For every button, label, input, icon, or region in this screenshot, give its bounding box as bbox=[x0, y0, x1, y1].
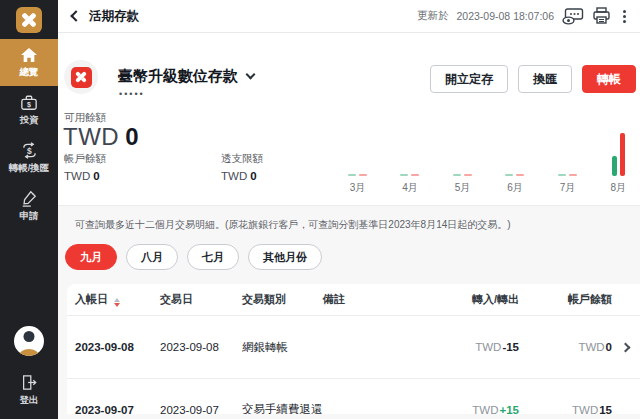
chart-month-group: 5月 bbox=[453, 130, 472, 195]
chart-bar-轉入 bbox=[505, 174, 513, 176]
txn-date: 2023-09-08 bbox=[160, 341, 242, 353]
sidebar-item-label: 登出 bbox=[20, 394, 39, 407]
sidebar-spacer bbox=[0, 230, 58, 326]
account-balance-block: 帳戶餘額 TWD0 bbox=[64, 152, 106, 182]
sort-icon[interactable] bbox=[114, 298, 120, 307]
sidebar-item-invest[interactable]: $ 投資 bbox=[0, 86, 58, 134]
topbar-right: 更新於 2023-09-08 18:07:06 bbox=[417, 7, 630, 25]
updated-timestamp: 2023-09-08 18:07:06 bbox=[457, 10, 555, 22]
overdraft-limit-block: 透支限額 TWD0 bbox=[221, 152, 263, 182]
tab-july[interactable]: 七月 bbox=[187, 244, 239, 270]
chart-bar-轉出 bbox=[569, 174, 577, 176]
sidebar-item-transfer-fx[interactable]: $ 轉帳/換匯 bbox=[0, 134, 58, 182]
tab-other-months[interactable]: 其他月份 bbox=[248, 244, 322, 270]
sidebar-item-label: 總覽 bbox=[20, 66, 39, 79]
sidebar-item-label: 轉帳/換匯 bbox=[9, 162, 50, 175]
account-selector[interactable]: 臺幣升級數位存款 bbox=[118, 67, 254, 86]
back-chevron-icon[interactable] bbox=[70, 10, 81, 21]
hand-pen-icon bbox=[20, 190, 38, 207]
briefcase-dollar-icon: $ bbox=[20, 94, 38, 111]
chart-month-label: 3月 bbox=[350, 181, 366, 195]
currency-code: TWD bbox=[64, 170, 90, 182]
available-balance-value: TWD0 bbox=[63, 123, 139, 151]
bank-logo-x bbox=[21, 12, 37, 28]
chart-bar-轉出 bbox=[411, 174, 419, 176]
chart-bar-轉入 bbox=[453, 174, 461, 176]
chart-bar-轉入 bbox=[348, 174, 356, 176]
month-filter-tabs: 九月 八月 七月 其他月份 bbox=[65, 244, 640, 270]
account-masked-number: ••••• bbox=[119, 89, 145, 99]
chart-bar-轉入 bbox=[400, 174, 408, 176]
svg-text:$: $ bbox=[27, 146, 32, 156]
amount-cell: TWD+15 bbox=[429, 404, 519, 415]
chart-month-group: 6月 bbox=[505, 130, 524, 195]
tab-september[interactable]: 九月 bbox=[65, 244, 117, 270]
bank-logo-icon[interactable] bbox=[16, 7, 42, 33]
account-name: 臺幣升級數位存款 bbox=[118, 67, 238, 86]
account-summary-section: 臺幣升級數位存款 ••••• 開立定存 換匯 轉帳 可用餘額 TWD0 帳戶餘額… bbox=[58, 33, 640, 205]
top-bar: 活期存款 更新於 2023-09-08 18:07:06 bbox=[58, 0, 640, 33]
chart-month-label: 6月 bbox=[507, 181, 523, 195]
sidebar-item-logout[interactable]: 登出 bbox=[0, 366, 58, 419]
col-memo: 備註 bbox=[323, 292, 429, 307]
overdraft-limit-label: 透支限額 bbox=[221, 152, 263, 166]
chart-bar-轉出 bbox=[464, 174, 472, 176]
col-post-date: 入帳日 bbox=[75, 292, 160, 307]
transfer-dollar-icon: $ bbox=[20, 142, 39, 159]
user-avatar[interactable] bbox=[14, 326, 44, 356]
transactions-table: 入帳日 交易日 交易類別 備註 轉入/轉出 帳戶餘額 2023-09-08 20… bbox=[67, 284, 640, 414]
sidebar-item-apply[interactable]: 申請 bbox=[0, 182, 58, 230]
sidebar-item-label: 申請 bbox=[20, 210, 39, 223]
sidebar: 總覽 $ 投資 $ 轉帳/換匯 bbox=[0, 0, 58, 419]
chart-month-group: 7月 bbox=[558, 130, 577, 195]
txn-date: 2023-09-07 bbox=[160, 404, 242, 415]
col-balance: 帳戶餘額 bbox=[519, 292, 612, 307]
currency-code: TWD bbox=[221, 170, 247, 182]
account-logo bbox=[64, 60, 98, 94]
amount: 0 bbox=[93, 170, 99, 182]
more-options-kebab-icon[interactable] bbox=[619, 8, 630, 25]
tab-august[interactable]: 八月 bbox=[126, 244, 178, 270]
chart-month-group: 3月 bbox=[348, 130, 367, 195]
chevron-down-icon bbox=[246, 70, 256, 80]
amount-cell: TWD-15 bbox=[429, 341, 519, 353]
chart-month-label: 7月 bbox=[560, 181, 576, 195]
chart-month-label: 8月 bbox=[610, 181, 626, 195]
mask-balance-eye-icon[interactable] bbox=[562, 8, 584, 25]
balance-cell: TWD15 bbox=[519, 404, 612, 415]
category: 交易手續費退還 bbox=[242, 402, 323, 414]
account-balance-label: 帳戶餘額 bbox=[64, 152, 106, 166]
chart-bar-轉入 bbox=[612, 156, 617, 176]
transaction-history-section: 可查詢最多近十二個月交易明細。(原花旗銀行客戶，可查詢分割基準日2023年8月1… bbox=[58, 205, 640, 419]
category: 網銀轉帳 bbox=[242, 340, 323, 355]
balance-cell: TWD0 bbox=[519, 341, 612, 353]
chart-bar-轉入 bbox=[558, 174, 566, 176]
bank-red-logo-icon bbox=[71, 67, 92, 88]
currency-code: TWD bbox=[63, 123, 119, 150]
chart-bar-轉出 bbox=[620, 133, 625, 176]
updated-label: 更新於 bbox=[417, 9, 449, 23]
table-header-row: 入帳日 交易日 交易類別 備註 轉入/轉出 帳戶餘額 bbox=[67, 284, 640, 316]
col-in-out: 轉入/轉出 bbox=[429, 292, 519, 307]
col-category: 交易類別 bbox=[242, 292, 323, 307]
svg-text:$: $ bbox=[27, 101, 31, 109]
table-row[interactable]: 2023-09-08 2023-09-08 網銀轉帳 TWD-15 TWD0 bbox=[67, 316, 640, 378]
page-title: 活期存款 bbox=[89, 8, 139, 25]
sidebar-item-overview[interactable]: 總覽 bbox=[0, 39, 58, 86]
print-icon[interactable] bbox=[592, 7, 611, 25]
chart-month-group: 8月 bbox=[610, 130, 626, 195]
banking-app: 總覽 $ 投資 $ 轉帳/換匯 bbox=[0, 0, 640, 419]
mini-bar-chart: 3月4月5月6月7月8月 bbox=[340, 45, 634, 195]
history-note: 可查詢最多近十二個月交易明細。(原花旗銀行客戶，可查詢分割基準日2023年8月1… bbox=[75, 218, 640, 232]
amount: 0 bbox=[125, 123, 139, 150]
main-area: 活期存款 更新於 2023-09-08 18:07:06 bbox=[58, 0, 640, 419]
table-row[interactable]: 2023-09-07 2023-09-07 交易手續費退還 TWD+15 TWD… bbox=[67, 378, 640, 414]
avatar-head bbox=[24, 331, 35, 342]
chart-month-label: 4月 bbox=[402, 181, 418, 195]
post-date: 2023-09-08 bbox=[75, 341, 160, 353]
col-txn-date: 交易日 bbox=[160, 292, 242, 307]
logout-door-icon bbox=[20, 374, 38, 391]
chart-month-label: 5月 bbox=[455, 181, 471, 195]
chart-bar-轉出 bbox=[516, 174, 524, 176]
chevron-right-icon bbox=[621, 342, 631, 352]
